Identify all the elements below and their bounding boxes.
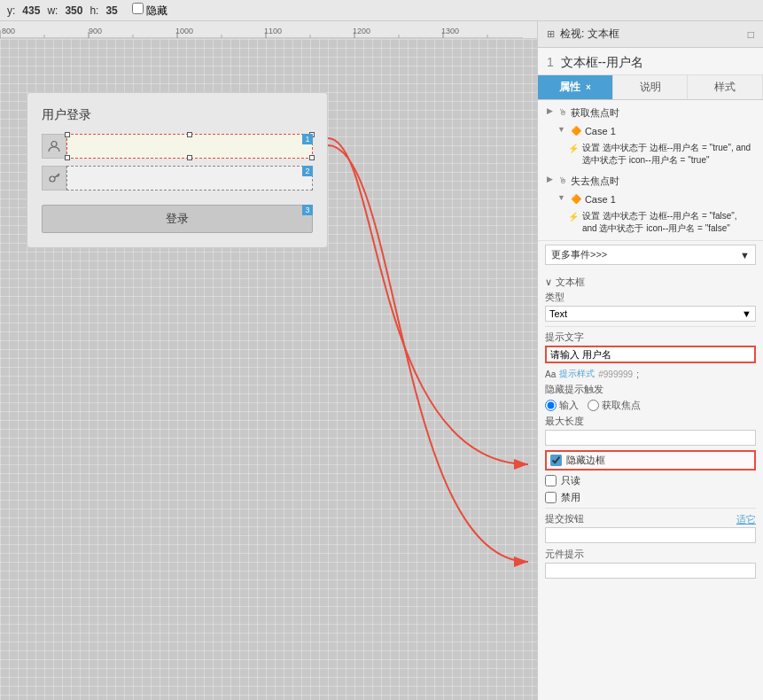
svg-text:1100: 1100 [264,27,282,35]
tab-properties[interactable]: 属性 × [538,75,613,99]
y-label: y: [7,4,15,17]
tree-action-lose: ⚡ 设置 选中状态于 边框--用户名 = "false", and 选中状态于 … [564,208,758,237]
hide-border-checkbox[interactable] [550,455,562,466]
canvas-area: 800 900 1000 1100 1200 1300 [0,21,537,700]
select-arrow: ▼ [742,308,751,319]
hint-style-row: Aa 提示样式 #999999 ; [545,368,756,380]
panel-expand-button[interactable]: □ [748,28,754,41]
canvas-grid: 用户登录 [0,39,537,700]
tree-item-get-focus: ▶ 🖱 获取焦点时 [543,104,758,122]
panel-content: ▶ 🖱 获取焦点时 ▼ 🔶 Case 1 ⚡ 设置 选中状态于 边框--用户名 … [538,100,763,700]
top-toolbar: y: 435 w: 350 h: 35 隐藏 [0,0,763,21]
password-field: 2 [42,166,313,191]
handle-tm [187,132,192,137]
login-widget: 用户登录 [27,92,328,248]
password-input-box[interactable]: 2 [66,166,313,191]
tab-close-icon[interactable]: × [586,82,591,92]
type-label: 类型 [545,291,756,304]
panel-header: ⊞ 检视: 文本框 □ [538,21,763,48]
handle-bl [65,155,70,160]
tooltip-row: 元件提示 [545,548,756,579]
ruler-top: 800 900 1000 1100 1200 1300 [0,21,537,39]
hint-style-link[interactable]: 提示样式 [559,368,595,380]
w-value: 350 [65,4,82,17]
max-length-row: 最大长度 [545,415,756,446]
collapse-arrow: ∨ [545,276,552,288]
case-icon: 🔶 [571,124,581,137]
submit-link[interactable]: 适它 [736,513,756,526]
lose-case1-arrow: ▼ [557,192,565,205]
readonly-label: 只读 [561,474,580,487]
svg-point-19 [51,142,57,147]
lose-case1-label: Case 1 [585,192,616,207]
panel-widget-subtitle: 1 文本框--用户名 [538,48,763,75]
hide-border-row: 隐藏边框 [545,450,756,471]
handle-br [309,155,315,160]
field-badge-2: 2 [302,166,313,176]
divider2 [545,508,756,509]
key-icon [42,166,66,191]
disabled-label: 禁用 [561,491,580,504]
tooltip-label: 元件提示 [545,548,756,561]
hide-border-label: 隐藏边框 [566,454,605,467]
radio-input[interactable]: 输入 [545,399,579,412]
focus-event-icon: 🖱 [558,105,567,119]
hide-checkbox[interactable]: 隐藏 [132,3,167,19]
get-focus-label: 获取焦点时 [571,105,619,121]
tree-action-focus: ⚡ 设置 选中状态于 边框--用户名 = "true", and 选中状态于 i… [564,140,758,168]
more-events-dropdown[interactable]: 更多事件>>> ▼ [545,245,756,265]
max-length-label: 最大长度 [545,415,756,428]
h-label: h: [90,4,98,17]
svg-text:1200: 1200 [353,27,370,35]
hint-style-text: Aa [545,369,556,379]
login-button[interactable]: 登录 3 [42,205,313,233]
right-panel: ⊞ 检视: 文本框 □ 1 文本框--用户名 属性 × 说明 样式 [537,21,763,700]
svg-point-20 [50,176,55,182]
lose-action-icon: ⚡ [568,210,579,223]
case1-arrow: ▼ [557,124,565,136]
radio-focus[interactable]: 获取焦点 [588,399,641,412]
divider1 [545,326,756,327]
disabled-row: 禁用 [545,491,756,504]
submit-btn-input[interactable] [545,527,756,543]
panel-header-icon: ⊞ [547,28,555,40]
properties-section: ∨ 文本框 类型 Text ▼ 提示文字 [538,268,763,587]
disabled-checkbox[interactable] [545,492,557,503]
username-field: 1 [42,134,313,159]
tree-case1-lose: ▼ 🔶 Case 1 [554,191,758,209]
case1-label: Case 1 [585,124,616,139]
panel-header-title: 检视: 文本框 [560,27,619,42]
readonly-checkbox[interactable] [545,475,557,486]
action-text-lose: 设置 选中状态于 边框--用户名 = "false", and 选中状态于 ic… [582,210,754,235]
tab-style[interactable]: 样式 [688,75,763,99]
hide-label: 隐藏 [146,4,167,17]
panel-tabs: 属性 × 说明 样式 [538,75,763,100]
lose-focus-icon: 🖱 [558,174,567,187]
radio-group: 输入 获取焦点 [545,399,756,412]
max-length-input[interactable] [545,430,756,446]
lose-case-icon: 🔶 [571,192,581,206]
y-value: 435 [22,4,40,17]
type-row: 类型 Text ▼ [545,291,756,322]
tree-item-lose-focus: ▶ 🖱 失去焦点时 [543,172,758,191]
hint-label: 提示文字 [545,331,756,344]
hint-text-input[interactable] [545,346,756,363]
svg-text:900: 900 [89,27,102,35]
submit-btn-label: 提交按钮 [545,512,584,525]
readonly-row: 只读 [545,474,756,487]
svg-text:1000: 1000 [175,27,193,35]
field-badge-1: 1 [302,134,313,144]
h-value: 35 [105,4,117,17]
user-icon [42,134,66,159]
hide-hint-row: 隐藏提示触发 输入 获取焦点 [545,383,756,412]
tab-description[interactable]: 说明 [613,75,689,99]
type-select[interactable]: Text ▼ [545,306,756,322]
w-label: w: [47,4,58,17]
handle-bm [187,155,192,160]
tree-arrow-focus: ▶ [547,105,553,118]
handle-tl [65,132,70,137]
login-widget-title: 用户登录 [42,107,313,123]
tooltip-input[interactable] [545,563,756,579]
tree-case1-focus: ▼ 🔶 Case 1 [554,122,758,141]
username-input-box[interactable]: 1 [66,134,313,159]
